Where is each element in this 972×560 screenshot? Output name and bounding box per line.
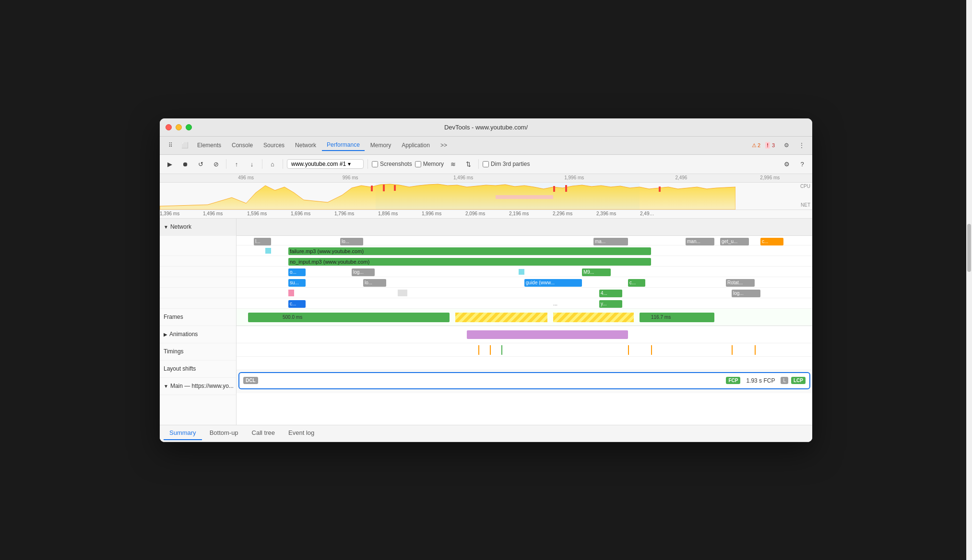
net-bar-m9[interactable]: M9... (582, 268, 611, 276)
dim-parties-checkbox[interactable] (483, 161, 489, 167)
svg-rect-5 (565, 185, 567, 192)
main-label-row[interactable]: ▼ Main — https://www.yo... (160, 378, 236, 395)
net-bar-log2[interactable]: log... (732, 290, 760, 297)
maximize-button[interactable] (186, 124, 192, 130)
animations-chevron: ▶ (164, 332, 167, 337)
net-row-4-label (160, 267, 236, 277)
tl-tick-3: 1,696 ms (291, 211, 310, 216)
network-label: Network (170, 223, 191, 230)
fcp-badge: FCP (726, 377, 740, 384)
net-bar-getu[interactable]: get_u... (720, 238, 749, 245)
net-row-5-label (160, 277, 236, 288)
warning-badge[interactable]: ⚠ 2 (752, 142, 760, 149)
tab-application[interactable]: Application (397, 140, 435, 151)
ruler-tick-6: 2,996 ms (760, 175, 780, 180)
more-icon[interactable]: ⋮ (795, 139, 808, 152)
net-row-o: o... log... M9... (237, 267, 812, 277)
tab-eventlog[interactable]: Event log (283, 426, 320, 440)
tab-memory[interactable]: Memory (366, 140, 396, 151)
layout-shifts-label-row[interactable]: Layout shifts (160, 361, 236, 378)
net-row-noinput: no_input.mp3 (www.youtube.com) (237, 256, 812, 267)
screenshots-checkbox[interactable] (372, 161, 378, 167)
network-section-label[interactable]: ▼ Network (160, 219, 236, 236)
tab-more[interactable]: >> (436, 140, 452, 151)
net-bar-lo2[interactable]: lo... (363, 279, 386, 287)
frame-green-1 (248, 313, 450, 322)
net-bar-guide[interactable]: guide (www... (524, 279, 582, 287)
tab-icons-right: ⚠ 2 ! 3 ⚙ ⋮ (752, 139, 808, 152)
net-bar-c2[interactable]: c... (628, 279, 645, 287)
throttle-button[interactable]: ⇅ (462, 158, 474, 170)
cpu-chart (160, 183, 735, 210)
url-chevron[interactable]: ▾ (348, 161, 351, 167)
close-button[interactable] (166, 124, 172, 130)
error-badge[interactable]: ! 3 (765, 142, 775, 149)
net-bar-man[interactable]: man... (686, 238, 714, 245)
memory-icon-button[interactable]: ≋ (447, 158, 459, 170)
animations-label-row[interactable]: ▶ Animations (160, 326, 236, 343)
ruler-tick-4: 1,996 ms (564, 175, 584, 180)
download-button[interactable]: ↓ (246, 158, 258, 170)
capture-settings-button[interactable]: ⚙ (781, 158, 793, 170)
net-bar-c[interactable]: c... (760, 238, 783, 245)
net-bar-ma[interactable]: ma... (593, 238, 628, 245)
net-bar-rotat[interactable]: Rotat... (726, 279, 755, 287)
net-bar-o[interactable]: o... (288, 268, 306, 276)
timing-marker-3 (628, 345, 629, 355)
tab-calltree[interactable]: Call tree (246, 426, 281, 440)
tl-tick-9: 2,296 ms (553, 211, 572, 216)
devtools-window: DevTools - www.youtube.com/ ⠿ ⬜ Elements… (160, 118, 812, 442)
timing-marker-fcp (501, 345, 502, 355)
timings-label: Timings (164, 348, 184, 355)
home-button[interactable]: ⌂ (266, 158, 279, 170)
tab-network[interactable]: Network (290, 140, 321, 151)
tl-tick-8: 2,196 ms (509, 211, 529, 216)
screenshots-checkbox-group: Screenshots (372, 161, 412, 167)
timing-marker-6 (755, 345, 756, 355)
net-row-7-label (160, 298, 236, 309)
bottom-tabs: Summary Bottom-up Call tree Event log (160, 425, 812, 442)
tab-summary[interactable]: Summary (164, 426, 202, 440)
url-selector[interactable]: www.youtube.com #1 ▾ (287, 159, 364, 169)
net-bar-4[interactable]: 4... (599, 290, 622, 297)
net-bar-c3[interactable]: c... (288, 300, 306, 308)
timings-label-row[interactable]: Timings (160, 343, 236, 361)
responsive-icon[interactable]: ⬜ (178, 139, 191, 152)
cpu-label: CPU (800, 184, 810, 189)
timeline-tracks: l... lo... ma... man... get_u... c... fa… (237, 219, 812, 425)
ruler-tick-2: 996 ms (343, 175, 358, 180)
net-bar-noinput[interactable]: no_input.mp3 (www.youtube.com) (288, 258, 651, 266)
help-button[interactable]: ? (796, 158, 808, 170)
net-bar-lo[interactable]: lo... (340, 238, 363, 245)
tab-bottomup[interactable]: Bottom-up (204, 426, 244, 440)
tab-console[interactable]: Console (227, 140, 258, 151)
net-bar-su[interactable]: su... (288, 279, 306, 287)
clear-button[interactable]: ⊘ (210, 158, 222, 170)
ruler-tick-1: 496 ms (238, 175, 254, 180)
markers-container: DCL FCP 1.93 s FCP L LCP (238, 372, 810, 389)
tab-sources[interactable]: Sources (259, 140, 289, 151)
refresh-button[interactable]: ↺ (194, 158, 207, 170)
record-button[interactable]: ⏺ (179, 158, 191, 170)
net-bar-l[interactable]: l... (254, 238, 271, 245)
tab-performance[interactable]: Performance (322, 140, 365, 151)
overview-panel[interactable]: 496 ms 996 ms 1,496 ms 1,996 ms 2,496 2,… (160, 174, 812, 210)
sidebar-toggle-button[interactable]: ▶ (164, 158, 176, 170)
net-bar-y[interactable]: y... (599, 300, 622, 308)
settings-icon[interactable]: ⚙ (780, 139, 793, 152)
net-row-su: su... lo... guide (www... c... Rotat... (237, 277, 812, 288)
frames-label-row[interactable]: Frames (160, 309, 236, 326)
dim-parties-label: Dim 3rd parties (491, 161, 530, 167)
memory-checkbox[interactable] (415, 161, 421, 167)
net-bar-failure[interactable]: failure.mp3 (www.youtube.com) (288, 247, 651, 255)
tab-elements[interactable]: Elements (192, 140, 226, 151)
net-bar-log[interactable]: log... (352, 268, 375, 276)
ruler-tick-3: 1,496 ms (453, 175, 473, 180)
separator2 (262, 159, 262, 169)
timing-marker-2 (490, 345, 491, 355)
inspect-icon[interactable]: ⠿ (164, 139, 177, 152)
minimize-button[interactable] (176, 124, 182, 130)
frame-stripe-1 (455, 313, 547, 322)
timing-marker-4 (651, 345, 652, 355)
upload-button[interactable]: ↑ (230, 158, 243, 170)
